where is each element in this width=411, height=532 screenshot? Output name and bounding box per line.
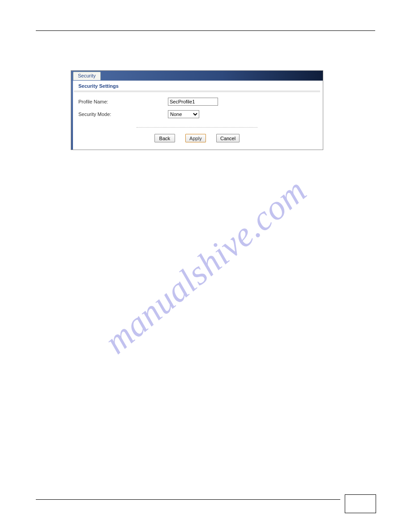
button-divider	[137, 127, 257, 128]
document-page: Security Security Settings Profile Name:…	[0, 0, 411, 532]
security-mode-select[interactable]: None	[168, 110, 199, 118]
security-settings-panel: Security Security Settings Profile Name:…	[71, 70, 323, 150]
apply-button[interactable]: Apply	[185, 134, 206, 142]
row-security-mode: Security Mode: None	[78, 110, 316, 118]
footer-rule	[36, 499, 340, 500]
page-number-box	[345, 494, 376, 513]
security-mode-label: Security Mode:	[78, 112, 168, 117]
header-rule	[36, 30, 375, 31]
form-area: Profile Name: Security Mode: None Back A…	[71, 93, 323, 150]
row-profile-name: Profile Name:	[78, 98, 316, 106]
panel-left-accent	[71, 71, 73, 150]
tab-security[interactable]: Security	[73, 72, 101, 80]
watermark-text: manualshive.com	[97, 170, 314, 362]
cancel-button[interactable]: Cancel	[216, 134, 240, 142]
back-button[interactable]: Back	[154, 134, 175, 142]
section-divider	[74, 90, 320, 92]
section-title: Security Settings	[71, 81, 323, 90]
profile-name-input[interactable]	[168, 98, 218, 106]
tab-bar: Security	[71, 71, 323, 81]
profile-name-label: Profile Name:	[78, 99, 168, 104]
button-row: Back Apply Cancel	[78, 131, 316, 147]
